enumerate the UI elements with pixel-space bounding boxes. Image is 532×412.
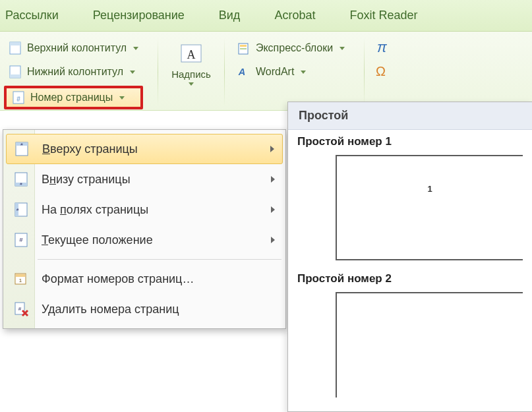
gallery-item-2-title: Простой номер 2 [297,272,523,285]
gallery-item-1-title: Простой номер 1 [297,135,523,148]
svg-rect-3 [10,74,20,78]
menu-page-margins[interactable]: # На полях страницы [5,194,284,225]
text-group: Экспресс-блоки A WordArt [233,38,356,106]
page-number-icon: # [12,91,25,104]
header-footer-group: Верхний колонтитул Нижний колонтитул # Н… [4,38,150,106]
chevron-down-icon [189,82,194,86]
gallery-body: Простой номер 1 1 Простой номер 2 [288,130,532,412]
ribbon-separator [364,38,365,106]
symbols-group: π Ω [372,38,400,106]
page-current-icon: # [13,231,30,249]
page-margins-icon: # [13,201,30,218]
svg-text:#: # [19,237,22,243]
menu-remove-page-numbers[interactable]: # Удалить номера страниц [5,294,284,324]
chevron-right-icon [271,206,275,213]
menu-top-of-page[interactable]: # ВВверху страницыверху страницы [6,134,283,164]
footer-icon [9,65,22,78]
tab-mailings[interactable]: Рассылки [5,9,59,22]
quick-parts-label: Экспресс-блоки [256,42,333,54]
chevron-down-icon [130,71,135,74]
menu-format-page-numbers[interactable]: 1 Формат номеров страниц… [5,264,284,294]
menu-margins-label: На полях страницы [42,203,259,217]
quick-parts-button[interactable]: Экспресс-блоки [233,38,349,58]
tab-acrobat[interactable]: Acrobat [274,9,315,22]
menu-current-position[interactable]: # Текущее положение [5,225,284,255]
ribbon-separator [158,38,158,106]
svg-text:#: # [16,96,20,103]
remove-icon: # [13,301,30,318]
page-bottom-icon: # [13,171,30,188]
chevron-down-icon [133,47,138,50]
chevron-right-icon [271,176,275,183]
svg-text:#: # [18,306,22,312]
symbol-icon[interactable]: Ω [372,62,394,79]
gallery-item-1-value: 1 [427,184,432,194]
wordart-icon: A [237,65,251,78]
svg-text:1: 1 [19,278,22,283]
tab-foxit[interactable]: Foxit Reader [349,9,417,22]
wordart-label: WordArt [256,66,294,78]
svg-text:Ω: Ω [376,64,386,78]
svg-rect-26 [16,274,25,277]
chevron-down-icon [301,71,306,74]
chevron-down-icon [119,96,125,100]
menu-remove-label: Удалить номера страниц [42,303,275,316]
header-label: Верхний колонтитул [27,42,127,54]
textbox-icon: A [178,40,204,66]
page-number-gallery: Простой Простой номер 1 1 Простой номер … [287,102,532,412]
svg-rect-10 [240,48,247,49]
ribbon: Верхний колонтитул Нижний колонтитул # Н… [0,32,532,111]
page-number-label: Номер страницы [30,92,113,103]
menu-separator [38,259,281,260]
page-top-icon: # [13,140,30,158]
gallery-item-1[interactable]: Простой номер 1 1 [297,135,523,260]
footer-label: Нижний колонтитул [27,66,123,78]
ribbon-separator [224,38,225,106]
tab-review[interactable]: Рецензирование [93,9,185,22]
svg-rect-9 [240,45,247,47]
header-icon [9,42,22,55]
format-icon: 1 [13,270,30,287]
menu-bottom-label: Внизу страницы [42,173,259,187]
quick-parts-icon [237,42,251,55]
svg-text:π: π [377,39,388,55]
wordart-button[interactable]: A WordArt [233,62,349,82]
menu-current-label: Текущее положение [42,233,259,247]
svg-rect-1 [10,42,20,45]
page-number-button[interactable]: # Номер страницы [4,86,143,109]
gallery-item-1-thumb: 1 [336,155,523,260]
textbox-button[interactable]: A Надпись [166,38,216,106]
tab-view[interactable]: Вид [219,9,241,22]
menu-bottom-of-page[interactable]: # Внизу страницы [5,164,284,194]
gallery-header: Простой [288,102,532,130]
chevron-right-icon [270,146,274,152]
footer-button[interactable]: Нижний колонтитул [4,62,143,82]
menu-format-label: Формат номеров страниц… [42,272,275,286]
svg-text:A: A [238,67,246,77]
gallery-item-2[interactable]: Простой номер 2 [297,272,523,397]
menu-top-label: ВВверху страницыверху страницы [42,142,258,156]
header-button[interactable]: Верхний колонтитул [4,38,143,58]
textbox-label: Надпись [171,69,211,80]
ribbon-tabstrip: Рассылки Рецензирование Вид Acrobat Foxi… [0,0,532,32]
chevron-down-icon [340,47,345,50]
page-number-dropdown: # ВВверху страницыверху страницы # Внизу… [3,129,286,329]
equation-icon[interactable]: π [372,38,394,55]
svg-text:A: A [187,48,196,61]
chevron-right-icon [271,237,275,243]
gallery-item-2-thumb [336,292,523,397]
